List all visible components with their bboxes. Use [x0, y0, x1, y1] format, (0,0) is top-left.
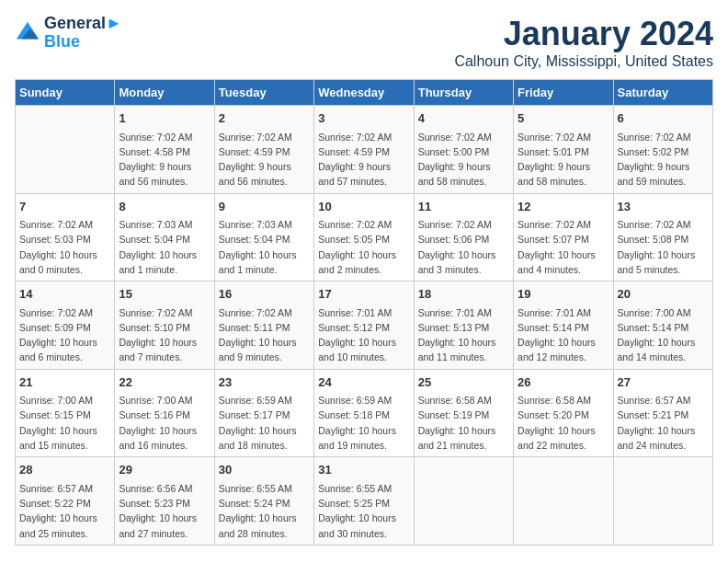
day-info: Sunrise: 7:02 AM Sunset: 4:58 PM Dayligh…: [119, 130, 210, 190]
day-number: 1: [119, 109, 210, 128]
calendar-cell: [414, 457, 513, 546]
calendar-cell: 8Sunrise: 7:03 AM Sunset: 5:04 PM Daylig…: [115, 193, 214, 282]
calendar-cell: 22Sunrise: 7:00 AM Sunset: 5:16 PM Dayli…: [115, 369, 214, 457]
day-info: Sunrise: 7:03 AM Sunset: 5:04 PM Dayligh…: [219, 217, 310, 277]
calendar-table: SundayMondayTuesdayWednesdayThursdayFrid…: [15, 79, 713, 546]
day-number: 27: [618, 373, 709, 392]
calendar-cell: 20Sunrise: 7:00 AM Sunset: 5:14 PM Dayli…: [613, 282, 712, 370]
calendar-cell: 6Sunrise: 7:02 AM Sunset: 5:02 PM Daylig…: [613, 106, 712, 194]
day-info: Sunrise: 7:02 AM Sunset: 4:59 PM Dayligh…: [219, 130, 310, 190]
calendar-cell: 5Sunrise: 7:02 AM Sunset: 5:01 PM Daylig…: [514, 106, 613, 194]
day-info: Sunrise: 7:02 AM Sunset: 5:08 PM Dayligh…: [618, 217, 709, 277]
day-info: Sunrise: 6:58 AM Sunset: 5:19 PM Dayligh…: [418, 393, 509, 453]
calendar-cell: [514, 457, 613, 546]
day-number: 4: [418, 109, 509, 128]
col-header-friday: Friday: [514, 80, 613, 106]
calendar-cell: 9Sunrise: 7:03 AM Sunset: 5:04 PM Daylig…: [214, 193, 313, 282]
day-info: Sunrise: 6:58 AM Sunset: 5:20 PM Dayligh…: [518, 393, 609, 453]
day-info: Sunrise: 7:02 AM Sunset: 5:09 PM Dayligh…: [19, 305, 110, 365]
calendar-cell: 1Sunrise: 7:02 AM Sunset: 4:58 PM Daylig…: [115, 106, 214, 194]
day-number: 31: [318, 461, 409, 479]
calendar-cell: 3Sunrise: 7:02 AM Sunset: 4:59 PM Daylig…: [314, 106, 414, 194]
day-info: Sunrise: 6:59 AM Sunset: 5:18 PM Dayligh…: [318, 393, 409, 453]
calendar-cell: 13Sunrise: 7:02 AM Sunset: 5:08 PM Dayli…: [613, 193, 712, 282]
day-number: 3: [318, 109, 409, 128]
day-info: Sunrise: 7:02 AM Sunset: 5:11 PM Dayligh…: [219, 305, 310, 365]
day-number: 29: [119, 461, 210, 479]
logo-icon: [15, 20, 40, 46]
calendar-cell: 15Sunrise: 7:02 AM Sunset: 5:10 PM Dayli…: [115, 282, 214, 370]
day-info: Sunrise: 7:02 AM Sunset: 5:02 PM Dayligh…: [618, 130, 709, 190]
calendar-cell: 29Sunrise: 6:56 AM Sunset: 5:23 PM Dayli…: [115, 457, 214, 546]
calendar-week-4: 21Sunrise: 7:00 AM Sunset: 5:15 PM Dayli…: [16, 369, 713, 457]
day-number: 5: [518, 109, 609, 128]
day-number: 15: [119, 285, 210, 304]
main-title: January 2024: [454, 15, 713, 53]
day-info: Sunrise: 7:02 AM Sunset: 5:06 PM Dayligh…: [418, 217, 509, 277]
col-header-tuesday: Tuesday: [214, 80, 313, 106]
day-info: Sunrise: 7:02 AM Sunset: 5:01 PM Dayligh…: [518, 130, 609, 190]
day-number: 22: [119, 373, 210, 392]
calendar-cell: 11Sunrise: 7:02 AM Sunset: 5:06 PM Dayli…: [414, 193, 513, 282]
calendar-cell: 25Sunrise: 6:58 AM Sunset: 5:19 PM Dayli…: [414, 369, 513, 457]
calendar-cell: 31Sunrise: 6:55 AM Sunset: 5:25 PM Dayli…: [314, 457, 414, 546]
day-number: 20: [618, 285, 709, 304]
day-number: 13: [618, 198, 709, 216]
day-number: 16: [219, 285, 310, 304]
day-number: 7: [19, 198, 110, 216]
day-number: 8: [119, 198, 210, 216]
day-info: Sunrise: 7:02 AM Sunset: 5:03 PM Dayligh…: [19, 217, 110, 277]
col-header-sunday: Sunday: [16, 80, 115, 106]
day-number: 28: [19, 461, 110, 479]
calendar-cell: [613, 457, 712, 546]
day-info: Sunrise: 7:01 AM Sunset: 5:13 PM Dayligh…: [418, 305, 509, 365]
day-info: Sunrise: 7:02 AM Sunset: 5:00 PM Dayligh…: [418, 130, 509, 190]
day-info: Sunrise: 6:55 AM Sunset: 5:24 PM Dayligh…: [219, 481, 310, 541]
calendar-cell: 26Sunrise: 6:58 AM Sunset: 5:20 PM Dayli…: [514, 369, 613, 457]
calendar-cell: 28Sunrise: 6:57 AM Sunset: 5:22 PM Dayli…: [16, 457, 115, 546]
col-header-wednesday: Wednesday: [314, 80, 414, 106]
day-number: 24: [318, 373, 409, 392]
day-info: Sunrise: 7:01 AM Sunset: 5:14 PM Dayligh…: [518, 305, 609, 365]
calendar-cell: 24Sunrise: 6:59 AM Sunset: 5:18 PM Dayli…: [314, 369, 414, 457]
calendar-cell: 2Sunrise: 7:02 AM Sunset: 4:59 PM Daylig…: [214, 106, 313, 194]
day-number: 11: [418, 198, 509, 216]
day-info: Sunrise: 7:00 AM Sunset: 5:16 PM Dayligh…: [119, 393, 210, 453]
calendar-cell: 12Sunrise: 7:02 AM Sunset: 5:07 PM Dayli…: [514, 193, 613, 282]
day-info: Sunrise: 7:01 AM Sunset: 5:12 PM Dayligh…: [318, 305, 409, 365]
page-header: General► Blue January 2024 Calhoun City,…: [15, 15, 713, 70]
calendar-week-3: 14Sunrise: 7:02 AM Sunset: 5:09 PM Dayli…: [16, 282, 713, 370]
day-number: 17: [318, 285, 409, 304]
calendar-cell: 30Sunrise: 6:55 AM Sunset: 5:24 PM Dayli…: [214, 457, 313, 546]
day-number: 25: [418, 373, 509, 392]
calendar-cell: 14Sunrise: 7:02 AM Sunset: 5:09 PM Dayli…: [16, 282, 115, 370]
calendar-cell: 16Sunrise: 7:02 AM Sunset: 5:11 PM Dayli…: [214, 282, 313, 370]
calendar-week-2: 7Sunrise: 7:02 AM Sunset: 5:03 PM Daylig…: [16, 193, 713, 282]
day-info: Sunrise: 7:00 AM Sunset: 5:14 PM Dayligh…: [618, 305, 709, 365]
day-info: Sunrise: 6:55 AM Sunset: 5:25 PM Dayligh…: [318, 481, 409, 541]
day-info: Sunrise: 7:02 AM Sunset: 5:10 PM Dayligh…: [119, 305, 210, 365]
day-info: Sunrise: 7:00 AM Sunset: 5:15 PM Dayligh…: [19, 393, 110, 453]
calendar-cell: 4Sunrise: 7:02 AM Sunset: 5:00 PM Daylig…: [414, 106, 513, 194]
day-number: 21: [19, 373, 110, 392]
calendar-cell: 7Sunrise: 7:02 AM Sunset: 5:03 PM Daylig…: [16, 193, 115, 282]
day-number: 30: [219, 461, 310, 479]
day-number: 12: [518, 198, 609, 216]
day-number: 23: [219, 373, 310, 392]
col-header-monday: Monday: [115, 80, 214, 106]
calendar-week-1: 1Sunrise: 7:02 AM Sunset: 4:58 PM Daylig…: [16, 106, 713, 194]
logo-text: General► Blue: [44, 15, 122, 52]
day-number: 19: [518, 285, 609, 304]
calendar-cell: 18Sunrise: 7:01 AM Sunset: 5:13 PM Dayli…: [414, 282, 513, 370]
col-header-saturday: Saturday: [613, 80, 712, 106]
calendar-cell: 23Sunrise: 6:59 AM Sunset: 5:17 PM Dayli…: [214, 369, 313, 457]
day-number: 18: [418, 285, 509, 304]
day-number: 26: [518, 373, 609, 392]
calendar-cell: 10Sunrise: 7:02 AM Sunset: 5:05 PM Dayli…: [314, 193, 414, 282]
calendar-week-5: 28Sunrise: 6:57 AM Sunset: 5:22 PM Dayli…: [16, 457, 713, 546]
calendar-cell: [16, 106, 115, 194]
calendar-cell: 21Sunrise: 7:00 AM Sunset: 5:15 PM Dayli…: [16, 369, 115, 457]
day-info: Sunrise: 7:02 AM Sunset: 4:59 PM Dayligh…: [318, 130, 409, 190]
subtitle: Calhoun City, Mississippi, United States: [454, 53, 713, 70]
day-info: Sunrise: 7:03 AM Sunset: 5:04 PM Dayligh…: [119, 217, 210, 277]
